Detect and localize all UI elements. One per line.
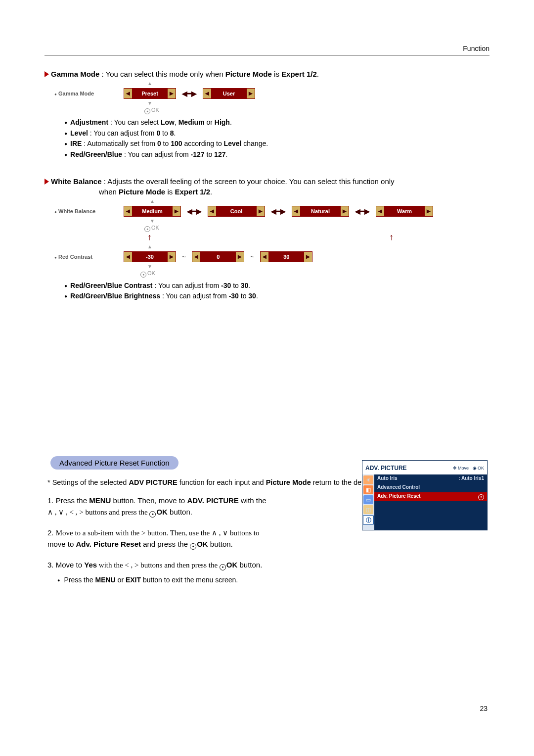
wb-heading-line2: when Picture Mode is Expert 1/2. xyxy=(99,188,490,196)
adv-picture-icon[interactable]: ◧ xyxy=(363,485,373,494)
rc-neg30-selector[interactable]: ◀ -30 ▶ xyxy=(124,251,176,262)
arrow-left-icon[interactable]: ◀ xyxy=(376,206,384,216)
arrow-right-icon[interactable]: ▶ xyxy=(168,89,176,98)
arrow-left-icon[interactable]: ◀ xyxy=(124,89,132,98)
step-1: 1. Press the MENU button. Then, move to … xyxy=(47,495,295,518)
red-contrast-label: Red Contrast xyxy=(55,254,118,260)
header-rule xyxy=(44,55,490,56)
transition-arrows-icon: ◀━▶ xyxy=(182,90,197,97)
wb-bullets: Red/Green/Blue Contrast : You can adjust… xyxy=(64,281,490,302)
arrow-right-icon[interactable]: ▶ xyxy=(173,206,180,216)
rc-30-selector[interactable]: ◀ 30 ▶ xyxy=(260,251,312,262)
ok-hint: ●OK xyxy=(140,270,490,278)
triangle-right-icon xyxy=(44,71,49,77)
ok-dot-icon: ● xyxy=(478,494,484,500)
arrow-right-icon[interactable]: ▶ xyxy=(257,206,265,216)
osd-item-auto-iris[interactable]: Auto Iris: Auto Iris1 xyxy=(374,474,487,483)
tilde-icon: ~ xyxy=(182,253,186,261)
arrow-left-icon[interactable]: ◀ xyxy=(261,252,268,262)
osd-item-adv-picture-reset[interactable]: Adv. Picture Reset● xyxy=(374,492,487,501)
move-icon: ✥ xyxy=(453,466,457,471)
wb-natural-selector[interactable]: ◀ Natural ▶ xyxy=(292,206,349,217)
gamma-bullets: Adjustment : You can select Low, Medium … xyxy=(64,117,490,160)
osd-hints: ✥Move ◉OK xyxy=(453,466,484,471)
ok-hint: ●OK xyxy=(144,107,490,114)
rc-0-selector[interactable]: ◀ 0 ▶ xyxy=(192,251,244,262)
arrow-up-icon: ▲ xyxy=(150,199,155,204)
step-3-subnote: Press the MENU or EXIT button to exit th… xyxy=(57,575,295,585)
section-white-balance: White Balance : Adjusts the overall feel… xyxy=(44,177,490,302)
arrow-right-icon[interactable]: ▶ xyxy=(247,89,255,98)
picture-icon[interactable]: ☀ xyxy=(363,475,373,484)
arrow-up-icon: ▲ xyxy=(147,81,152,86)
tilde-icon: ~ xyxy=(250,253,254,261)
time-icon[interactable]: ◫ xyxy=(363,505,373,514)
osd-menu-list: Auto Iris: Auto Iris1 Advanced Control A… xyxy=(374,474,487,530)
transition-arrows-icon: ◀━▶ xyxy=(187,207,202,215)
osd-item-advanced-control[interactable]: Advanced Control xyxy=(374,483,487,492)
wb-cool-selector[interactable]: ◀ Cool ▶ xyxy=(208,206,265,217)
gamma-heading: Gamma Mode : You can select this mode on… xyxy=(44,70,490,78)
gamma-preset-selector[interactable]: ◀ Preset ▶ xyxy=(124,88,176,99)
arrow-right-icon[interactable]: ▶ xyxy=(425,206,433,216)
wb-heading: White Balance : Adjusts the overall feel… xyxy=(44,177,490,186)
arrow-down-icon: ▼ xyxy=(147,264,152,269)
link-arrow-up-icon: ↑ xyxy=(147,232,152,242)
section-gamma: Gamma Mode : You can select this mode on… xyxy=(44,70,490,160)
arrow-down-icon: ▼ xyxy=(147,101,152,106)
osd-panel: ADV. PICTURE ✥Move ◉OK ☀ ◧ ▭ ◫ ⓘ Auto Ir… xyxy=(362,460,488,530)
arrow-left-icon[interactable]: ◀ xyxy=(208,206,216,216)
transition-arrows-icon: ◀━▶ xyxy=(355,207,370,215)
osd-sidebar-icons: ☀ ◧ ▭ ◫ ⓘ xyxy=(362,474,374,530)
link-arrow-up-icon: ↑ xyxy=(389,232,394,242)
arrow-right-icon[interactable]: ▶ xyxy=(304,252,312,262)
osd-title: ADV. PICTURE xyxy=(365,465,407,472)
gamma-mode-label: Gamma Mode xyxy=(55,91,118,96)
ok-icon: ◉ xyxy=(473,466,477,471)
wb-label: White Balance xyxy=(55,208,118,214)
arrow-right-icon[interactable]: ▶ xyxy=(236,252,244,262)
arrow-up-icon: ▲ xyxy=(147,244,152,249)
step-3: 3. Move to Yes with the < , > buttons an… xyxy=(47,560,295,585)
arrow-right-icon[interactable]: ▶ xyxy=(168,252,176,262)
page-header: Function xyxy=(44,45,490,52)
wb-warm-selector[interactable]: ◀ Warm ▶ xyxy=(376,206,433,217)
arrow-down-icon: ▼ xyxy=(150,219,155,224)
gamma-user-selector[interactable]: ◀ User ▶ xyxy=(203,88,255,99)
arrow-left-icon[interactable]: ◀ xyxy=(203,89,211,98)
arrow-left-icon[interactable]: ◀ xyxy=(292,206,300,216)
arrow-left-icon[interactable]: ◀ xyxy=(124,252,132,262)
info-icon[interactable]: ⓘ xyxy=(363,515,374,525)
step-2: 2. Move to a sub-item with the > button.… xyxy=(47,527,295,550)
ok-hint: ●OK xyxy=(144,225,159,232)
screen-icon[interactable]: ▭ xyxy=(363,495,373,504)
page-number: 23 xyxy=(480,705,488,712)
transition-arrows-icon: ◀━▶ xyxy=(271,207,286,215)
reset-steps: 1. Press the MENU button. Then, move to … xyxy=(47,495,295,585)
arrow-left-icon[interactable]: ◀ xyxy=(192,252,200,262)
triangle-right-icon xyxy=(44,179,49,185)
arrow-right-icon[interactable]: ▶ xyxy=(341,206,349,216)
section-pill-title: Advanced Picture Reset Function xyxy=(50,456,178,470)
wb-medium-selector[interactable]: ◀ Medium ▶ xyxy=(124,206,181,217)
arrow-left-icon[interactable]: ◀ xyxy=(124,206,132,216)
